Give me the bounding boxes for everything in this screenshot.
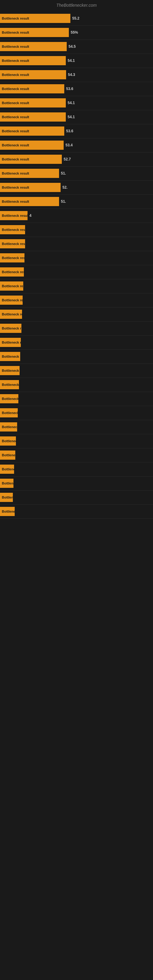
bar-fill: Bottleneck result bbox=[0, 140, 64, 150]
bar-label: Bottleneck result bbox=[2, 172, 29, 175]
bar-row: Bottleneck result54.1 bbox=[0, 96, 153, 110]
bar-container: Bottleneck result53.4 bbox=[0, 140, 73, 150]
bar-row: Bottleneck result53.6 bbox=[0, 82, 153, 95]
bar-label: Bottleneck result bbox=[2, 397, 18, 401]
bar-fill: Bottleneck result bbox=[0, 310, 22, 319]
bar-fill: Bottleneck result bbox=[0, 169, 59, 178]
bar-label: Bottleneck result bbox=[2, 143, 29, 147]
bar-container: Bottleneck result bbox=[0, 394, 18, 404]
bar-value: 54.3 bbox=[68, 73, 75, 77]
bar-row: Bottleneck re bbox=[0, 477, 153, 490]
bar-label: Bottleneck result bbox=[2, 87, 29, 91]
bar-container: Bottleneck result bbox=[0, 295, 22, 305]
bar-row: Bottleneck re bbox=[0, 463, 153, 476]
bar-container: Bottleneck result4 bbox=[0, 211, 32, 221]
bar-fill: Bottleneck result bbox=[0, 239, 25, 248]
bar-row: Bottleneck result bbox=[0, 307, 153, 321]
bar-row: Bottleneck result52. bbox=[0, 181, 153, 194]
bar-fill: Bottleneck resu bbox=[0, 422, 17, 431]
bar-container: Bottleneck re bbox=[0, 478, 13, 488]
bar-label: Bottleneck result bbox=[2, 59, 29, 62]
bar-fill: Bottleneck result bbox=[0, 408, 18, 417]
bar-fill: Bottleneck res bbox=[0, 507, 15, 516]
bar-row: Bottleneck result bbox=[0, 265, 153, 279]
bar-row: Bottleneck result52.7 bbox=[0, 153, 153, 166]
bar-fill: Bottleneck resu bbox=[0, 380, 19, 389]
bar-fill: Bottleneck result bbox=[0, 352, 20, 361]
bar-row: Bottleneck res bbox=[0, 505, 153, 518]
bar-label: Bottleneck result bbox=[2, 270, 24, 274]
bar-value: 53.6 bbox=[66, 87, 73, 91]
bar-row: Bottleneck result54.1 bbox=[0, 54, 153, 67]
site-header: TheBottlenecker.com bbox=[0, 0, 153, 12]
bar-container: Bottleneck result52.7 bbox=[0, 154, 71, 164]
bar-fill: Bottleneck res bbox=[0, 450, 15, 460]
bar-label: Bottleneck result bbox=[2, 340, 21, 344]
bar-container: Bottleneck result53.6 bbox=[0, 84, 73, 94]
bar-fill: Bottleneck re bbox=[0, 465, 14, 474]
bar-fill: Bottleneck result bbox=[0, 112, 66, 122]
bar-label: Bottleneck result bbox=[2, 312, 22, 316]
bar-container: Bottleneck result bbox=[0, 366, 19, 375]
bar-container: Bottleneck result bbox=[0, 281, 23, 291]
bar-row: Bottleneck result55% bbox=[0, 26, 153, 39]
bar-label: Bottleneck re bbox=[2, 481, 13, 485]
site-title: TheBottlenecker.com bbox=[56, 3, 97, 8]
bar-value: 54.1 bbox=[68, 115, 75, 119]
bar-value: 54.1 bbox=[68, 101, 75, 105]
bar-label: Bottleneck result bbox=[2, 411, 18, 415]
bar-row: Bottleneck resu bbox=[0, 420, 153, 434]
bar-container: Bottleneck result bbox=[0, 253, 24, 263]
bar-row: Bottleneck result bbox=[0, 237, 153, 250]
bar-row: Bottleneck result bbox=[0, 223, 153, 236]
bar-fill: Bottleneck result bbox=[0, 14, 70, 23]
bar-container: Bottleneck result54.1 bbox=[0, 112, 75, 122]
bar-value: 54.1 bbox=[68, 59, 75, 63]
bar-label: Bottleneck result bbox=[2, 73, 29, 76]
bar-row: Bottleneck result54.5 bbox=[0, 40, 153, 53]
bar-container: Bottleneck result51. bbox=[0, 169, 66, 178]
bar-value: 4 bbox=[29, 213, 32, 218]
bar-fill: Bottleneck result bbox=[0, 282, 23, 291]
bar-row: Bottleneck result bbox=[0, 406, 153, 420]
bar-label: Bottleneck result bbox=[2, 129, 29, 133]
bar-row: Bottleneck result bbox=[0, 321, 153, 335]
bar-value: 55% bbox=[71, 30, 78, 35]
bar-fill: Bottleneck result bbox=[0, 296, 22, 305]
bar-fill: Bottleneck result bbox=[0, 28, 69, 37]
bar-container: Bottleneck result54.5 bbox=[0, 41, 76, 51]
bar-row: Bottleneck result bbox=[0, 251, 153, 265]
bar-label: Bottleneck result bbox=[2, 186, 29, 189]
bar-container: Bottleneck result51. bbox=[0, 197, 66, 207]
bar-fill: Bottleneck result bbox=[0, 70, 66, 79]
bar-label: Bottleneck res bbox=[2, 439, 16, 443]
bar-container: Bottleneck result bbox=[0, 309, 22, 319]
bar-container: Bottleneck result54.1 bbox=[0, 56, 75, 65]
bar-label: Bottleneck result bbox=[2, 30, 29, 34]
bar-container: Bottleneck result55.2 bbox=[0, 13, 79, 23]
bar-row: Bottleneck result bbox=[0, 336, 153, 349]
bar-row: Bottleneck result54.3 bbox=[0, 68, 153, 81]
bar-fill: Bottleneck result bbox=[0, 253, 24, 262]
bar-container: Bottleneck res bbox=[0, 436, 16, 446]
bar-fill: Bottleneck result bbox=[0, 197, 59, 206]
bar-label: Bottleneck result bbox=[2, 298, 22, 302]
bar-container: Bottleneck result52. bbox=[0, 183, 68, 192]
bar-row: Bottleneck result bbox=[0, 279, 153, 293]
bar-fill: Bottleneck result bbox=[0, 267, 24, 277]
bar-fill: Bottleneck result bbox=[0, 126, 64, 136]
bar-value: 54.5 bbox=[69, 45, 76, 49]
bar-container: Bottleneck result bbox=[0, 337, 21, 347]
bar-fill: Bottleneck result bbox=[0, 84, 64, 94]
bar-value: 52.7 bbox=[64, 157, 71, 161]
bar-row: Bottleneck result bbox=[0, 364, 153, 377]
bar-container: Bottleneck res bbox=[0, 506, 15, 516]
bar-label: Bottleneck result bbox=[2, 369, 19, 372]
bar-label: Bottleneck result bbox=[2, 16, 29, 20]
bar-label: Bottleneck result bbox=[2, 326, 21, 330]
bar-value: 53.6 bbox=[66, 129, 73, 133]
bar-container: Bottleneck result54.1 bbox=[0, 98, 75, 108]
bar-label: Bottleneck resu bbox=[2, 383, 19, 387]
bar-container: Bottleneck re bbox=[0, 464, 14, 474]
bar-fill: Bottleneck result bbox=[0, 338, 21, 347]
